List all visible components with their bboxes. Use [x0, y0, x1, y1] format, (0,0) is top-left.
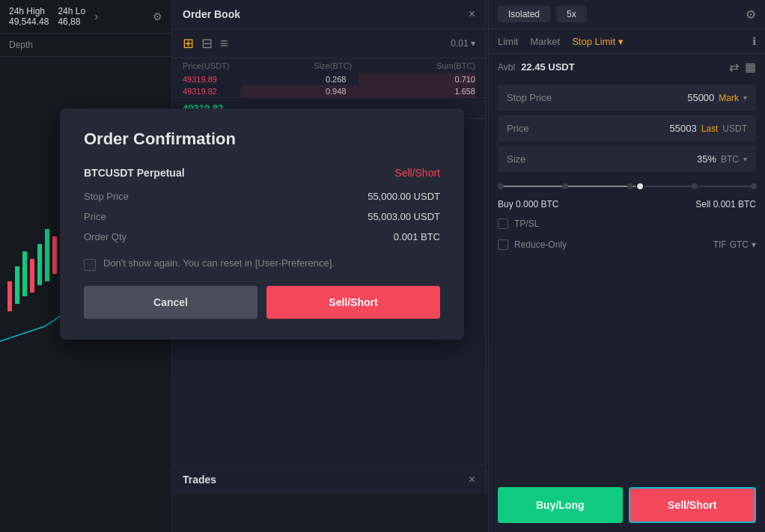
tab-limit[interactable]: Limit — [498, 36, 518, 47]
settings-icon[interactable]: ⚙ — [746, 7, 756, 22]
trades-section: Trades × — [172, 465, 486, 494]
stop-price-label: Stop Price — [507, 92, 552, 103]
modal-buttons: Cancel Sell/Short — [84, 286, 440, 319]
tpsl-row: TP/SL — [489, 213, 765, 235]
price-label: Price — [507, 123, 529, 134]
slider-tick-75 — [692, 183, 698, 189]
ob-view-icon-2[interactable]: ⊟ — [201, 35, 213, 52]
modal-price-label: Price — [84, 211, 106, 222]
size-pct: 35% — [697, 153, 716, 165]
chart-arrow-icon[interactable]: › — [94, 10, 98, 23]
stop-price-number: 55000 — [687, 92, 714, 103]
ob-view-icon-3[interactable]: ≡ — [220, 36, 228, 52]
right-panel: Isolated 5x ⚙ Limit Market Stop Limit ▾ … — [488, 0, 765, 532]
stop-price-value-group: 55000 Mark ▾ — [687, 92, 747, 103]
modal-sell-button[interactable]: Sell/Short — [266, 286, 440, 319]
ob-view-icon-1[interactable]: ⊞ — [183, 35, 194, 52]
rp-top-controls: Isolated 5x ⚙ — [489, 0, 765, 29]
modal-title: Order Confirmation — [84, 129, 440, 149]
ob-size-value: 0.01 — [451, 38, 468, 49]
sell-qty-label: Sell 0.001 BTC — [695, 199, 756, 210]
svg-rect-9 — [52, 236, 57, 274]
modal-cancel-button[interactable]: Cancel — [84, 286, 257, 319]
ob-size-select[interactable]: 0.01 ▾ — [451, 38, 475, 49]
modal-pair-row: BTCUSDT Perpetual Sell/Short — [84, 167, 440, 179]
gtc-label: GTC — [730, 239, 749, 250]
table-row: 49319.82 0.948 1.658 — [183, 85, 475, 97]
24h-high-stat: 24h High 49,544.48 — [9, 6, 49, 27]
ob-title: Order Book — [183, 8, 240, 20]
svg-rect-8 — [45, 229, 49, 281]
price-unit: USDT — [722, 123, 747, 134]
modal-dontshow-row: Don't show again. You can reset in [User… — [84, 257, 440, 271]
ob-col-sum: Sum(BTC) — [436, 61, 475, 70]
size-label: Size — [507, 153, 525, 165]
chart-filter-icon[interactable]: ⚙ — [153, 10, 162, 22]
slider-handle[interactable] — [636, 182, 644, 191]
24h-low-stat: 24h Lo 46,88 — [58, 6, 85, 27]
qty-info: Buy 0.000 BTC Sell 0.001 BTC — [489, 196, 765, 213]
tab-stop-limit[interactable]: Stop Limit ▾ — [572, 36, 624, 47]
svg-rect-3 — [7, 281, 12, 311]
modal-stop-price-field: Stop Price 55,000.00 USDT — [84, 191, 440, 202]
stop-price-dropdown-icon[interactable]: ▾ — [743, 94, 747, 102]
stop-price-field[interactable]: Stop Price 55000 Mark ▾ — [498, 85, 756, 111]
price-field[interactable]: Price 55003 Last USDT — [498, 115, 756, 141]
modal-stop-price-label: Stop Price — [84, 191, 129, 202]
svg-rect-6 — [30, 259, 34, 293]
trades-title: Trades — [183, 474, 216, 486]
ob-columns: Price(USDT) Size(BTC) Sum(BTC) — [172, 58, 486, 73]
dontshow-label: Don't show again. You can reset in [User… — [103, 257, 335, 269]
size-dropdown-icon[interactable]: ▾ — [743, 155, 747, 163]
avbl-row: Avbl 22.45 USDT ⇄ ▦ — [489, 54, 765, 80]
ob-col-size: Size(BTC) — [314, 61, 352, 70]
price-tag-last: Last — [701, 123, 719, 134]
tpsl-checkbox[interactable] — [498, 218, 508, 229]
leverage-button[interactable]: 5x — [556, 6, 587, 22]
buy-long-button[interactable]: Buy/Long — [498, 487, 623, 523]
info-icon[interactable]: ℹ — [752, 35, 756, 47]
tif-select[interactable]: TIF GTC ▾ — [713, 239, 756, 250]
price-value-group: 55003 Last USDT — [669, 123, 747, 134]
trades-close-icon[interactable]: × — [469, 473, 475, 486]
ob-sell-price-2: 49319.82 — [183, 87, 217, 96]
modal-qty-label: Order Qty — [84, 231, 127, 242]
reduce-only-checkbox[interactable] — [498, 239, 508, 250]
sell-short-button[interactable]: Sell/Short — [629, 487, 757, 523]
ob-size-dropdown-icon: ▾ — [471, 38, 475, 49]
ob-close-icon[interactable]: × — [469, 7, 475, 21]
reduce-only-label: Reduce-Only — [514, 239, 567, 250]
tif-label: TIF — [713, 239, 727, 250]
buy-qty-label: Buy 0.000 BTC — [498, 199, 558, 210]
modal-qty-field: Order Qty 0.001 BTC — [84, 231, 440, 242]
modal-pair-name: BTCUSDT Perpetual — [84, 167, 185, 179]
ob-controls: ⊞ ⊟ ≡ 0.01 ▾ — [172, 29, 486, 58]
svg-rect-5 — [22, 251, 27, 296]
transfer-icon[interactable]: ⇄ — [729, 60, 739, 74]
calculator-icon[interactable]: ▦ — [745, 60, 756, 74]
ob-col-price: Price(USDT) — [183, 61, 229, 70]
sell-qty-value: 0.001 BTC — [713, 199, 756, 210]
depth-tab[interactable]: Depth — [0, 34, 171, 57]
24h-low-value: 46,88 — [58, 16, 85, 27]
slider-track — [498, 186, 756, 187]
24h-high-value: 49,544.48 — [9, 16, 49, 27]
size-field[interactable]: Size 35% BTC ▾ — [498, 146, 756, 172]
24h-high-label: 24h High — [9, 6, 49, 16]
modal-price-value: 55,003.00 USDT — [368, 211, 440, 222]
avbl-action-icons: ⇄ ▦ — [729, 60, 756, 74]
buy-qty-value: 0.000 BTC — [516, 199, 558, 210]
action-buttons: Buy/Long Sell/Short — [489, 478, 765, 532]
ob-sell-price: 49319.89 — [183, 75, 217, 84]
slider-tick-0 — [498, 183, 504, 189]
ob-sell-rows: 49319.89 0.268 0.710 49319.82 0.948 1.65… — [172, 73, 486, 97]
table-row: 49319.89 0.268 0.710 — [183, 73, 475, 85]
isolated-button[interactable]: Isolated — [498, 6, 550, 22]
dontshow-checkbox[interactable] — [84, 259, 96, 271]
tpsl-label: TP/SL — [514, 218, 539, 229]
price-number: 55003 — [669, 123, 696, 134]
slider-tick-100 — [751, 183, 757, 189]
order-type-tabs: Limit Market Stop Limit ▾ ℹ — [489, 29, 765, 54]
tab-market[interactable]: Market — [530, 36, 560, 47]
leverage-slider[interactable] — [489, 177, 765, 196]
